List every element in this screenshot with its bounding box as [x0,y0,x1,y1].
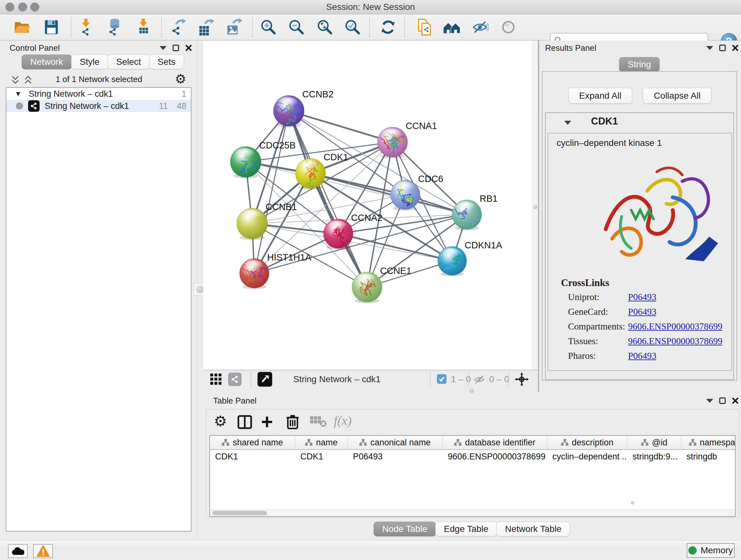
import-network-file-button[interactable] [77,17,95,37]
panel-close-icon[interactable] [732,44,739,51]
tab-style[interactable]: Style [71,55,108,69]
network-node-CCNA1[interactable]: CCNA1 [378,121,437,159]
expand-all-chevrons-icon[interactable] [11,75,20,84]
column-header-@id[interactable]: @id [627,436,681,449]
warnings-button[interactable] [33,544,53,558]
tab-network-table[interactable]: Network Table [496,522,570,537]
export-image-icon [225,18,243,36]
delete-table-icon[interactable] [310,416,327,428]
panel-menu-caret-icon[interactable] [159,46,166,50]
crosslink-link[interactable]: 9606.ENSP00000378699 [628,336,723,347]
crosslink-link[interactable]: 9606.ENSP00000378699 [628,321,723,332]
column-header-description[interactable]: description [547,436,627,449]
table-row[interactable]: CDK1CDK1P064939606.ENSP00000378699cyclin… [210,450,735,463]
network-node-CDK1[interactable]: CDK1 [295,152,348,190]
function-builder-icon[interactable]: f(x) [334,413,352,428]
table-cell[interactable]: CDK1 [295,450,348,463]
table-splitter-handle[interactable] [469,388,474,393]
cloud-button[interactable] [8,544,28,558]
table-options-gear-icon[interactable]: ⚙ [214,414,227,428]
network-row-selected[interactable]: String Network – cdk1 11 48 [6,100,191,112]
network-view-badge-icon[interactable] [228,373,242,386]
pan-crosshair-icon[interactable] [515,372,529,386]
export-network-button[interactable] [169,17,187,37]
tab-sets[interactable]: Sets [149,55,184,69]
panel-close-icon[interactable] [185,44,192,51]
import-network-database-button[interactable] [105,17,123,37]
table-cell[interactable]: stringdb [681,450,736,463]
network-vertical-scrollbar[interactable] [532,41,538,370]
table-cell[interactable]: 9606.ENSP00000378699 [443,450,547,463]
scrollbar-thumb[interactable] [533,205,537,209]
panel-menu-caret-icon[interactable] [706,46,713,50]
column-header-database-identifier[interactable]: database identifier [443,436,547,449]
panel-float-icon[interactable] [719,397,726,404]
import-table-file-button[interactable] [134,17,152,37]
selected-checkbox-icon[interactable] [437,374,447,384]
gene-section: CDK1 cyclin–dependent kinase 1 CrossLink… [545,112,734,380]
crosslink-link[interactable]: P06493 [628,351,657,361]
gene-collapse-caret-icon[interactable] [564,121,571,125]
zoom-selected-icon [344,18,361,36]
grid-mode-icon[interactable] [210,374,222,385]
table-cell[interactable]: CDK1 [210,450,295,463]
network-canvas[interactable]: CCNB2CCNA1CDC25BCDK1CDC6RB1CCNB1CCNA2CDK… [203,41,532,370]
home-button[interactable] [443,17,461,37]
memory-button[interactable]: Memory [687,543,735,558]
save-session-button[interactable] [42,17,61,37]
network-node-CCNE1[interactable]: CCNE1 [352,266,411,303]
table-cell[interactable]: cyclin–dependent ... [547,450,627,463]
open-session-button[interactable] [13,17,31,37]
network-collection-row[interactable]: ▼ String Network – cdk1 1 [6,88,191,100]
network-node-CDKN1A[interactable]: CDKN1A [438,240,502,277]
show-columns-icon[interactable] [238,415,252,429]
tab-select[interactable]: Select [108,55,150,69]
delete-column-trash-icon[interactable] [286,415,299,430]
tab-string[interactable]: String [619,57,660,72]
expand-all-button[interactable]: Expand All [568,88,632,104]
scrollbar-thumb[interactable] [212,511,267,515]
table-cell[interactable]: P06493 [348,450,443,463]
fit-content-button[interactable] [316,17,334,37]
show-all-button[interactable] [499,17,518,37]
table-cell[interactable]: stringdb:9... [627,450,681,463]
hide-selected-button[interactable] [471,17,489,37]
panel-menu-caret-icon[interactable] [706,399,713,403]
hidden-eye-slash-icon[interactable] [473,374,485,386]
panel-float-icon[interactable] [719,44,726,51]
export-image-button[interactable] [224,17,243,37]
collapse-all-chevrons-icon[interactable] [23,75,32,84]
panel-close-icon[interactable] [732,397,739,404]
collapse-all-button[interactable]: Collapse All [643,88,712,104]
column-header-name[interactable]: name [295,436,348,449]
collection-expand-triangle-icon[interactable]: ▼ [15,90,22,98]
tab-edge-table[interactable]: Edge Table [435,522,497,537]
tab-network[interactable]: Network [22,55,72,69]
network-node-RB1[interactable]: RB1 [451,193,497,231]
column-header-canonical-name[interactable]: canonical name [348,436,443,449]
network-node-CDC25B[interactable]: CDC25B [230,138,295,178]
crosslink-link[interactable]: P06493 [628,307,657,317]
results-content-box: Expand All Collapse All CDK1 cyclin–depe… [542,71,737,381]
clone-network-button[interactable] [415,17,434,37]
network-list: ▼ String Network – cdk1 1 String Network… [6,87,192,532]
network-node-CCNB1[interactable]: CCNB1 [237,202,297,240]
birdseye-view-icon[interactable] [258,372,272,387]
table-horizontal-scrollbar[interactable] [210,509,735,516]
network-node-HIST1H1A[interactable]: HIST1H1A [240,252,312,289]
crosslink-row: Uniprot:P06493 [548,292,733,307]
crosslink-link[interactable]: P06493 [628,292,657,302]
crosslink-label: Tissues: [568,336,598,347]
add-column-icon[interactable]: + [261,410,273,434]
tab-node-table[interactable]: Node Table [374,522,436,537]
zoom-out-icon [287,18,306,36]
column-header-namespace[interactable]: namespace [681,436,736,449]
zoom-in-button[interactable] [259,17,278,37]
export-table-button[interactable] [196,17,215,37]
zoom-selected-button[interactable] [343,17,362,37]
column-header-shared-name[interactable]: shared name [210,436,295,449]
zoom-out-button[interactable] [287,17,306,37]
network-options-gear-icon[interactable]: ⚙ [175,72,186,85]
panel-float-icon[interactable] [172,44,179,51]
refresh-button[interactable] [379,17,397,37]
